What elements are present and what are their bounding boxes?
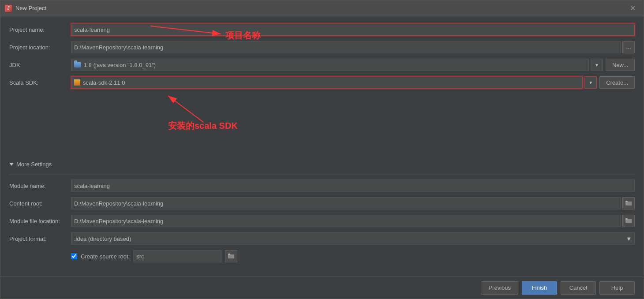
more-settings-label: More Settings: [16, 161, 52, 168]
scala-sdk-select[interactable]: scala-sdk-2.11.0: [71, 76, 583, 89]
scala-sdk-row: Scala SDK: scala-sdk-2.11.0 ▼ Create...: [9, 76, 635, 89]
content-root-input[interactable]: [71, 197, 621, 209]
create-source-root-row: Create source root:: [9, 250, 635, 264]
module-file-location-input[interactable]: [71, 215, 621, 227]
module-name-label: Module name:: [9, 183, 71, 189]
project-location-input-group: …: [71, 41, 635, 53]
module-file-location-input-group: [71, 215, 635, 227]
content-root-browse-button[interactable]: [622, 197, 635, 209]
jdk-select[interactable]: 1.8 (java version "1.8.0_91"): [71, 59, 589, 71]
svg-rect-9: [625, 218, 628, 220]
folder-icon: [74, 62, 81, 67]
content-root-row: Content root:: [9, 197, 635, 209]
content-root-label: Content root:: [9, 200, 71, 207]
scala-sdk-value: scala-sdk-2.11.0: [83, 79, 125, 86]
title-bar-left: J New Project: [5, 5, 46, 12]
jdk-row: JDK 1.8 (java version "1.8.0_91") ▼ New.…: [9, 59, 635, 71]
new-project-dialog: J New Project ✕ 项目名称 安装的scala SDK: [0, 0, 644, 299]
previous-button[interactable]: Previous: [481, 281, 518, 295]
project-format-label: Project format:: [9, 235, 71, 242]
scala-sdk-label: Scala SDK:: [9, 79, 71, 86]
footer: Previous Finish Cancel Help: [0, 277, 644, 299]
project-format-value: .idea (directory based): [74, 235, 131, 242]
project-location-browse-button[interactable]: …: [622, 41, 635, 53]
project-format-row: Project format: .idea (directory based) …: [9, 232, 635, 245]
create-source-label-text: Create source root:: [81, 253, 130, 260]
scala-sdk-select-wrapper: scala-sdk-2.11.0 ▼: [71, 76, 597, 89]
project-name-label: Project name:: [9, 26, 71, 33]
project-format-arrow: ▼: [626, 235, 632, 242]
module-name-input[interactable]: [71, 179, 635, 192]
divider: [9, 175, 635, 175]
module-file-location-row: Module file location:: [9, 215, 635, 227]
jdk-label: JDK: [9, 62, 71, 68]
svg-rect-7: [625, 201, 628, 202]
create-sdk-button[interactable]: Create...: [599, 76, 635, 89]
help-button[interactable]: Help: [599, 281, 635, 295]
scala-icon: [74, 79, 80, 86]
source-root-browse-button[interactable]: [225, 250, 237, 262]
new-jdk-button[interactable]: New...: [606, 59, 635, 71]
more-settings-header[interactable]: More Settings: [9, 161, 635, 168]
spacer: [9, 94, 635, 158]
jdk-select-wrapper: 1.8 (java version "1.8.0_91") ▼: [71, 59, 603, 71]
module-file-location-label: Module file location:: [9, 218, 71, 224]
module-name-row: Module name:: [9, 179, 635, 192]
svg-rect-6: [625, 202, 632, 206]
project-format-select[interactable]: .idea (directory based) ▼: [71, 232, 635, 245]
jdk-value: 1.8 (java version "1.8.0_91"): [84, 62, 156, 68]
intellij-icon: J: [5, 5, 12, 12]
svg-rect-10: [228, 254, 234, 258]
project-name-row: Project name:: [9, 23, 635, 36]
title-bar: J New Project ✕: [0, 0, 644, 16]
main-content: 项目名称 安装的scala SDK Project name: Project …: [0, 16, 644, 277]
folder-browse-icon3: [228, 253, 234, 259]
create-source-root-input[interactable]: [133, 250, 221, 262]
folder-browse-icon2: [625, 218, 632, 224]
cancel-button[interactable]: Cancel: [561, 281, 596, 295]
create-source-root-label: Create source root:: [81, 253, 130, 260]
svg-rect-11: [228, 254, 230, 255]
module-file-browse-button[interactable]: [622, 215, 635, 227]
dialog-title: New Project: [15, 5, 46, 11]
content-root-input-group: [71, 197, 635, 209]
project-location-label: Project location:: [9, 44, 71, 51]
finish-button[interactable]: Finish: [522, 281, 557, 295]
scala-sdk-dropdown-arrow[interactable]: ▼: [584, 76, 597, 89]
collapse-icon: [9, 163, 14, 166]
module-name-label-text: Module name:: [9, 183, 45, 189]
project-name-input[interactable]: [71, 23, 635, 36]
svg-rect-8: [625, 219, 632, 223]
create-source-root-checkbox[interactable]: [71, 253, 77, 259]
project-location-input[interactable]: [71, 41, 621, 53]
close-button[interactable]: ✕: [626, 2, 639, 14]
jdk-dropdown-arrow[interactable]: ▼: [591, 59, 603, 71]
project-format-dropdown-group: .idea (directory based) ▼: [71, 232, 635, 245]
folder-browse-icon: [625, 200, 632, 206]
project-location-row: Project location: …: [9, 41, 635, 53]
create-source-root-checkbox-group: Create source root:: [71, 250, 237, 262]
